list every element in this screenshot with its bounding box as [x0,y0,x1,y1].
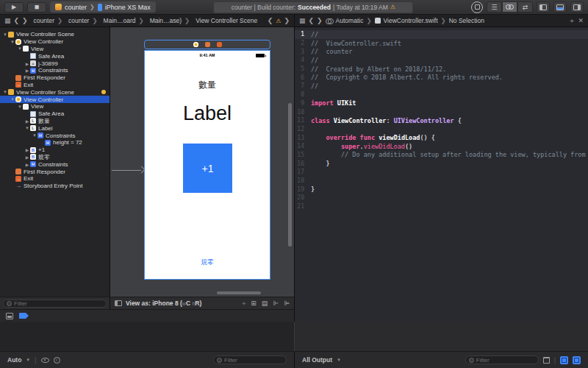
scheme-selector[interactable]: counter ❯ iPhone XS Max [50,1,156,13]
code-line[interactable]: 13 override func viewDidLoad() { [295,133,588,142]
outline-row[interactable]: ▶B規零 [0,154,110,161]
breadcrumb-item[interactable]: counter [34,17,54,24]
code-line[interactable]: 10 [295,107,588,116]
reset-button[interactable]: 規零 [145,258,270,267]
disclosure-triangle-icon[interactable]: ▼ [32,133,37,138]
document-outline-toggle-icon[interactable] [115,300,122,306]
align-icon[interactable]: ▤ [262,300,268,308]
outline-row[interactable]: ▼HConstraints [0,132,110,139]
disclosure-triangle-icon[interactable]: ▶ [24,162,30,167]
breadcrumb-item[interactable]: Main…oard [104,17,136,24]
breadcrumb-item[interactable]: Main…ase) [150,17,182,24]
disclosure-triangle-icon[interactable]: ▼ [2,90,8,94]
scheme-name[interactable]: counter [65,4,87,11]
navigator-toggle-button[interactable] [537,1,550,13]
outline-row[interactable]: ▶HConstraints [0,160,110,168]
outline-row[interactable]: Safe Area [0,110,110,118]
code-line[interactable]: 2// ViewController.swift [295,39,588,48]
previous-issue-button[interactable]: ❮ [268,17,273,24]
standard-editor-button[interactable]: ☰ [487,1,502,13]
console-output-dropdown[interactable]: All Output [302,356,332,364]
ib-canvas[interactable]: 9:41 AM 數量 Label +1 規零 [110,27,294,297]
version-editor-button[interactable]: ⇄ [517,1,533,13]
update-frames-icon[interactable]: ⌖ [242,300,245,308]
disclosure-triangle-icon[interactable]: ▶ [24,68,30,73]
quantity-title-label[interactable]: 數量 [145,79,270,91]
source-editor[interactable]: 1//2// ViewController.swift3// counter4/… [294,27,588,322]
code-line[interactable]: 14 super.viewDidLoad() [295,142,588,151]
back-button[interactable]: ❮ [309,17,315,24]
breadcrumb-item[interactable]: ViewController.swift [384,17,438,24]
stop-button[interactable]: ◼ [27,2,46,13]
code-line[interactable]: 9import UIKit [295,99,588,108]
code-line[interactable]: 7// [295,82,588,91]
view-as-label[interactable]: View as: iPhone 8 (wC hR) [126,300,201,307]
outline-filter-field[interactable]: ◎ Filter [3,300,107,308]
disclosure-triangle-icon[interactable]: ▶ [24,147,30,152]
disclosure-triangle-icon[interactable]: ▼ [17,105,23,109]
outline-row[interactable]: →Storyboard Entry Point [0,183,110,190]
breakpoints-toggle-icon[interactable] [19,313,29,319]
disclosure-triangle-icon[interactable]: ▼ [10,97,15,102]
next-issue-button[interactable]: ❯ [284,17,290,24]
code-line[interactable]: 12 [295,125,588,134]
add-assistant-editor-button[interactable]: ＋ [568,16,575,26]
disclosure-triangle-icon[interactable]: ▼ [24,126,30,130]
assistant-editor-button[interactable] [502,1,517,13]
outline-row[interactable]: ▼LLabel [0,124,110,132]
back-button[interactable]: ❮ [14,17,20,24]
disclosure-triangle-icon[interactable]: ▼ [10,40,15,44]
issue-warning-icon[interactable]: ⚠ [276,18,281,24]
outline-row[interactable]: ▼View [0,103,110,110]
outline-row[interactable]: Hheight = 72 [0,139,110,146]
outline-row[interactable]: ▼View Controller [0,38,110,46]
variables-filter-field[interactable]: ◎ Filter [213,355,287,364]
first-responder-icon[interactable] [205,42,210,47]
code-line[interactable]: 19} [295,185,588,194]
resolve-autolayout-icon[interactable]: ⊫ [284,300,290,308]
canvas-horizontal-scrollbar[interactable] [217,291,261,294]
outline-row[interactable]: First Responder [0,74,110,82]
show-console-toggle[interactable] [573,356,581,364]
warning-icon[interactable]: ⚠ [390,4,395,10]
code-line[interactable]: 8 [295,91,588,99]
embed-in-stack-icon[interactable]: ⊞ [251,300,257,308]
console-view[interactable] [294,322,588,351]
outline-row[interactable]: ▼View Controller [0,96,110,103]
related-items-icon[interactable]: ▦ [299,17,306,24]
outline-row[interactable]: ▶B+1 [0,146,110,154]
code-line[interactable]: 17 [295,168,588,177]
print-description-icon[interactable]: i [54,357,60,364]
variables-scope-dropdown[interactable]: Auto [7,356,21,364]
code-line[interactable]: 20 [295,194,588,202]
debug-area-toggle-button[interactable] [553,1,567,13]
outline-row[interactable]: ▶HConstraints [0,67,110,74]
outline-row[interactable]: Safe Area [0,52,110,60]
clear-console-icon[interactable] [543,357,550,364]
dock-debug-area-icon[interactable] [6,313,13,319]
code-line[interactable]: 21 [295,202,588,211]
inspector-toggle-button[interactable] [570,1,584,13]
variables-view[interactable] [0,322,294,351]
increment-button[interactable]: +1 [183,144,232,193]
forward-button[interactable]: ❯ [317,17,323,24]
add-constraints-icon[interactable]: ⊩ [273,300,279,308]
breadcrumb-item[interactable]: Automatic [336,17,364,24]
code-line[interactable]: 3// counter [295,47,588,56]
outline-row[interactable]: ▶L數量 [0,118,110,125]
breadcrumb-item[interactable]: counter [68,17,89,24]
show-variables-view-toggle[interactable] [560,356,568,364]
code-line[interactable]: 18 [295,177,588,185]
library-button[interactable] [471,1,483,13]
close-assistant-editor-button[interactable]: ✕ [578,17,584,24]
code-line[interactable]: 1// [295,30,588,39]
quick-look-icon[interactable] [41,358,49,363]
outline-row[interactable]: ▼View [0,46,110,53]
counter-value-label[interactable]: Label [145,102,270,125]
view-controller-icon[interactable] [193,42,198,47]
breadcrumb-item[interactable]: No Selection [449,17,484,24]
code-line[interactable]: 6// Copyright © 2018 Albert.C. All right… [295,73,588,82]
destination-name[interactable]: iPhone XS Max [105,4,151,11]
view-controller-view[interactable]: 9:41 AM 數量 Label +1 規零 [144,50,270,280]
outline-row[interactable]: ▶▴j-30899 [0,60,110,67]
